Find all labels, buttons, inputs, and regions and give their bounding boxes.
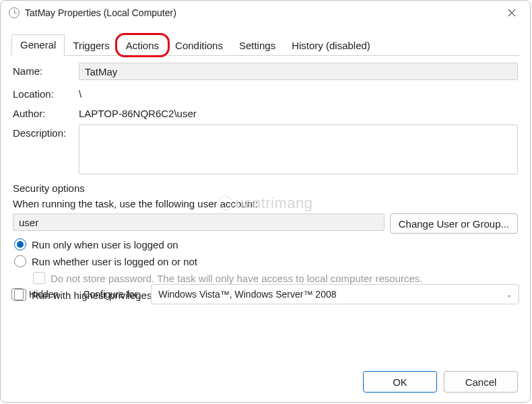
properties-dialog: TatMay Properties (Local Computer) Gener… — [0, 0, 531, 403]
user-account-input[interactable]: user — [13, 213, 385, 231]
configure-for-label: Configure for: — [83, 289, 140, 300]
close-button[interactable] — [502, 3, 522, 23]
tab-general[interactable]: General — [11, 34, 65, 56]
description-label: Description: — [13, 125, 79, 139]
tab-settings[interactable]: Settings — [231, 36, 284, 56]
radio-run-logged-on[interactable] — [14, 238, 26, 250]
tab-actions[interactable]: Actions — [118, 36, 167, 56]
location-value: \ — [79, 86, 81, 100]
radio-run-logged-on-label: Run only when user is logged on — [32, 239, 178, 250]
name-label: Name: — [13, 63, 79, 77]
location-label: Location: — [13, 86, 79, 100]
name-input[interactable]: TatMay — [79, 63, 518, 80]
tab-strip: General Triggers Actions Conditions Sett… — [11, 33, 519, 56]
configure-for-value: Windows Vista™, Windows Server™ 2008 — [158, 289, 336, 300]
radio-run-whether[interactable] — [14, 255, 26, 267]
titlebar: TatMay Properties (Local Computer) — [1, 1, 530, 25]
chevron-down-icon: ⌄ — [506, 291, 512, 298]
checkbox-no-store-password-label: Do not store password. The task will onl… — [51, 273, 422, 284]
tab-triggers[interactable]: Triggers — [65, 36, 117, 56]
checkbox-no-store-password — [33, 272, 45, 284]
cancel-button[interactable]: Cancel — [444, 371, 518, 393]
change-user-button[interactable]: Change User or Group... — [390, 213, 518, 234]
window-title: TatMay Properties (Local Computer) — [25, 7, 176, 18]
ok-button[interactable]: OK — [363, 371, 437, 393]
security-heading: Security options — [13, 182, 518, 194]
configure-for-select[interactable]: Windows Vista™, Windows Server™ 2008 ⌄ — [151, 284, 519, 304]
description-input[interactable] — [79, 125, 518, 174]
tab-history[interactable]: History (disabled) — [284, 36, 378, 56]
author-value: LAPTOP-86NQR6C2\user — [79, 105, 197, 119]
tab-conditions[interactable]: Conditions — [167, 36, 231, 56]
close-icon — [508, 9, 516, 17]
radio-run-whether-label: Run whether user is logged on or not — [32, 256, 197, 267]
clock-icon — [9, 7, 20, 18]
author-label: Author: — [13, 105, 79, 119]
checkbox-hidden[interactable] — [11, 288, 24, 300]
security-subtext: When running the task, use the following… — [13, 198, 518, 209]
checkbox-hidden-label: Hidden — [29, 289, 59, 300]
